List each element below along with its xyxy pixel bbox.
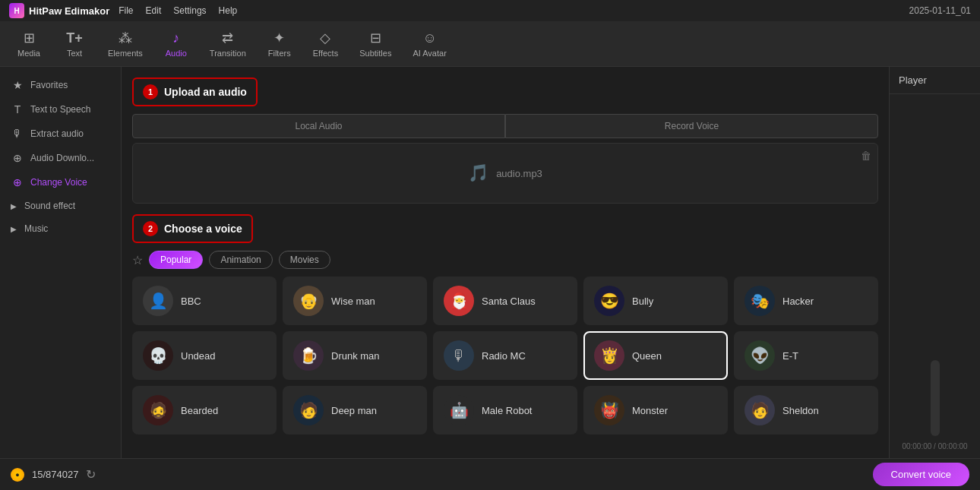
voice-name-bully: Bully: [632, 296, 653, 307]
filter-popular[interactable]: Popular: [149, 251, 203, 269]
voice-card-bbc[interactable]: 👤 BBC: [132, 277, 277, 325]
menu-help[interactable]: Help: [219, 5, 238, 16]
voice-grid: 👤 BBC 👴 Wise man 🎅 Santa Claus 😎 Bully 🎭: [132, 277, 878, 435]
file-icon: 🎵: [468, 163, 488, 183]
main-layout: ★ Favorites T Text to Speech 🎙 Extract a…: [0, 67, 980, 458]
media-label: Media: [17, 49, 40, 58]
voice-card-deepman[interactable]: 🧑 Deep man: [283, 386, 427, 435]
voice-card-monster[interactable]: 👹 Monster: [583, 386, 728, 435]
sidebar-tts-label: Text to Speech: [30, 104, 90, 115]
player-title: Player: [890, 67, 980, 94]
titlebar: H HitPaw Edimakor File Edit Settings Hel…: [0, 0, 980, 21]
ai-avatar-icon: ☺: [422, 30, 436, 46]
voice-name-et: E-T: [782, 350, 798, 362]
voice-section-header: 2 Choose a voice: [132, 214, 253, 243]
voice-section-num: 2: [143, 221, 158, 236]
voice-card-sheldon[interactable]: 🧑 Sheldon: [734, 386, 878, 435]
sidebar-item-download[interactable]: ⊕ Audio Downlo...: [0, 146, 121, 170]
menu-edit[interactable]: Edit: [146, 5, 162, 16]
voice-name-malerobot: Male Robot: [482, 405, 532, 416]
voice-name-wiseman: Wise man: [331, 296, 375, 307]
text-label: Text: [67, 49, 82, 58]
voice-card-wiseman[interactable]: 👴 Wise man: [283, 277, 427, 325]
transition-icon: ⇄: [222, 30, 233, 46]
sidebar-extract-label: Extract audio: [30, 128, 84, 139]
toolbar-audio[interactable]: ♪ Audio: [153, 26, 199, 62]
menu-settings[interactable]: Settings: [173, 5, 206, 16]
tab-local-audio[interactable]: Local Audio: [132, 114, 505, 138]
voice-avatar-bearded: 🧔: [143, 395, 173, 425]
bottom-bar: ● 15/874027 ↻ Convert voice: [0, 458, 980, 490]
voice-card-bearded[interactable]: 🧔 Bearded: [132, 386, 277, 435]
upload-section-num: 1: [143, 84, 158, 100]
toolbar-transition[interactable]: ⇄ Transition: [199, 25, 257, 62]
effects-icon: ◇: [320, 30, 330, 46]
trash-icon[interactable]: 🗑: [861, 150, 871, 162]
sidebar-item-music[interactable]: ▶ Music: [0, 217, 121, 240]
voice-card-malerobot[interactable]: 🤖 Male Robot: [433, 386, 577, 435]
voice-name-undead: Undead: [181, 350, 216, 362]
tab-record-voice[interactable]: Record Voice: [505, 114, 878, 138]
voice-card-et[interactable]: 👽 E-T: [734, 331, 878, 380]
download-icon: ⊕: [11, 152, 24, 164]
player-body: 00:00:00 / 00:00:00: [890, 94, 980, 458]
voice-card-bully[interactable]: 😎 Bully: [583, 277, 728, 325]
voice-card-hacker[interactable]: 🎭 Hacker: [734, 277, 878, 325]
sidebar-item-extract[interactable]: 🎙 Extract audio: [0, 122, 121, 146]
tts-icon: T: [11, 103, 24, 115]
audio-label: Audio: [166, 49, 187, 58]
voice-name-monster: Monster: [632, 405, 668, 416]
toolbar-ai-avatar[interactable]: ☺ AI Avatar: [402, 26, 457, 62]
voice-section: 2 Choose a voice ☆ Popular Animation Mov…: [132, 214, 878, 435]
effects-label: Effects: [313, 49, 338, 58]
refresh-button[interactable]: ↻: [86, 467, 96, 482]
filter-star-icon[interactable]: ☆: [132, 253, 143, 267]
coin-amount: 15/874027: [32, 469, 78, 480]
voice-avatar-monster: 👹: [594, 395, 624, 425]
toolbar-media[interactable]: ⊞ Media: [6, 25, 52, 62]
soundeffect-arrow: ▶: [11, 202, 17, 210]
sidebar-changevoice-label: Change Voice: [30, 177, 87, 188]
voice-avatar-wiseman: 👴: [293, 286, 324, 316]
voice-avatar-undead: 💀: [143, 340, 173, 371]
toolbar: ⊞ Media T+ Text ⁂ Elements ♪ Audio ⇄ Tra…: [0, 21, 980, 67]
filter-movies[interactable]: Movies: [279, 251, 330, 269]
filter-animation[interactable]: Animation: [209, 251, 272, 269]
titlebar-left: H HitPaw Edimakor File Edit Settings Hel…: [9, 3, 237, 18]
sidebar-item-changevoice[interactable]: ⊕ Change Voice: [0, 170, 121, 194]
voice-card-queen[interactable]: 👸 Queen: [583, 331, 728, 380]
sidebar-item-tts[interactable]: T Text to Speech: [0, 97, 121, 122]
voice-name-sheldon: Sheldon: [782, 405, 819, 416]
media-icon: ⊞: [24, 30, 35, 46]
toolbar-subtitles[interactable]: ⊟ Subtitles: [349, 25, 402, 62]
elements-icon: ⁂: [119, 30, 132, 46]
sidebar-item-soundeffect[interactable]: ▶ Sound effect: [0, 194, 121, 217]
voice-name-radiomc: Radio MC: [482, 350, 526, 362]
filters-icon: ✦: [273, 30, 285, 46]
file-name: audio.mp3: [496, 168, 542, 179]
logo-icon: H: [9, 3, 24, 18]
sidebar-item-favorites[interactable]: ★ Favorites: [0, 73, 121, 97]
transition-label: Transition: [210, 49, 246, 58]
convert-button[interactable]: Convert voice: [873, 463, 969, 486]
voice-avatar-drunkman: 🍺: [293, 340, 324, 371]
coin-icon: ●: [11, 468, 24, 482]
upload-tabs: Local Audio Record Voice: [132, 114, 878, 138]
toolbar-effects[interactable]: ◇ Effects: [302, 25, 349, 62]
text-icon: T+: [66, 30, 83, 46]
upload-dropzone[interactable]: 🎵 audio.mp3 🗑: [132, 143, 878, 204]
sidebar: ★ Favorites T Text to Speech 🎙 Extract a…: [0, 67, 122, 458]
toolbar-text[interactable]: T+ Text: [52, 26, 97, 62]
ai-avatar-label: AI Avatar: [413, 49, 446, 58]
voice-card-undead[interactable]: 💀 Undead: [132, 331, 277, 380]
voice-card-drunkman[interactable]: 🍺 Drunk man: [283, 331, 427, 380]
voice-card-radiomc[interactable]: 🎙 Radio MC: [433, 331, 577, 380]
menu-file[interactable]: File: [119, 5, 133, 16]
player-progress: [931, 360, 940, 436]
toolbar-elements[interactable]: ⁂ Elements: [97, 25, 153, 62]
voice-card-santa[interactable]: 🎅 Santa Claus: [433, 277, 577, 325]
sidebar-soundeffect-label: Sound effect: [24, 201, 75, 211]
upload-section-title: Upload an audio: [164, 86, 247, 98]
sidebar-favorites-label: Favorites: [30, 80, 68, 90]
toolbar-filters[interactable]: ✦ Filters: [257, 25, 302, 62]
